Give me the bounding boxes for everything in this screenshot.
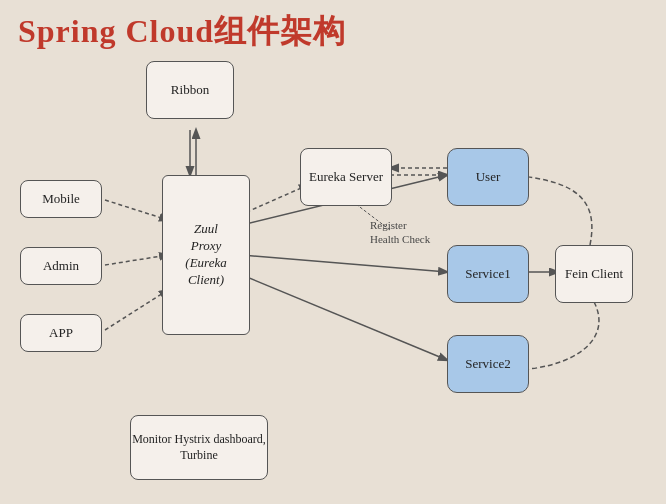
svg-line-1 [105,255,168,265]
svg-line-0 [105,200,168,220]
fein-node: Fein Client [555,245,633,303]
app-node: APP [20,314,102,352]
admin-node: Admin [20,247,102,285]
user-node: User [447,148,529,206]
service2-node: Service2 [447,335,529,393]
svg-line-9 [242,275,447,360]
register-label: RegisterHealth Check [370,218,430,247]
ribbon-node: Ribbon [146,61,234,119]
monitor-node: Monitor Hystrix dashboard, Turbine [130,415,268,480]
eureka-node: Eureka Server [300,148,392,206]
svg-line-5 [240,185,308,215]
svg-line-2 [105,290,168,330]
zuul-node: Zuul Proxy (Eureka Client) [162,175,250,335]
service1-node: Service1 [447,245,529,303]
mobile-node: Mobile [20,180,102,218]
svg-line-8 [242,255,447,272]
page-title: Spring Cloud组件架构 [18,10,346,54]
